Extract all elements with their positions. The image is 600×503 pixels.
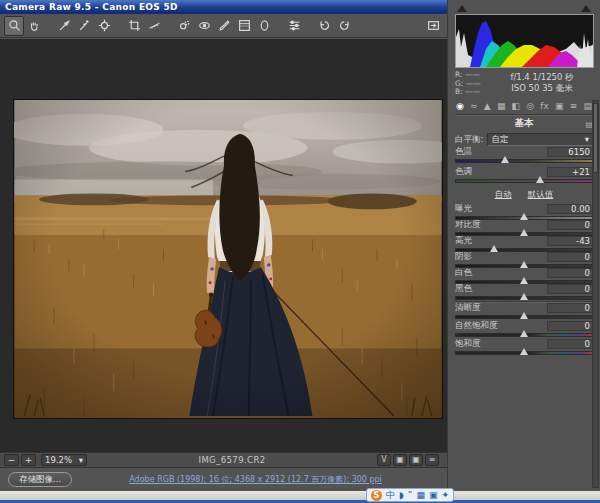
slider-value-contrast[interactable]: 0 [547,220,593,230]
slider-value-clarity[interactable]: 0 [547,303,593,313]
color-sampler-tool-button[interactable] [74,16,94,36]
graduated-filter-tool-button[interactable] [234,16,254,36]
target-icon [98,19,111,32]
slider-label-vibrance: 自然饱和度 [455,320,498,332]
sampler-eyedropper-icon [78,19,91,32]
soft-keyboard-icon[interactable]: ▦ [416,489,425,501]
slider-track-clarity[interactable] [455,315,593,319]
radial-filter-icon [258,19,271,32]
preferences-icon [288,19,301,32]
preview-toggle-button[interactable]: V [377,454,391,466]
straighten-icon [148,19,161,32]
rotate-ccw-icon [318,19,331,32]
spot-removal-tool-button[interactable] [174,16,194,36]
tab-basic[interactable]: ◉ [456,100,464,112]
slider-thumb-saturation[interactable] [520,348,528,355]
slider-value-vibrance[interactable]: 0 [547,321,593,331]
graduated-filter-icon [238,19,251,32]
slider-value-whites[interactable]: 0 [547,268,593,278]
slider-value-tint[interactable]: +21 [547,167,593,177]
slider-thumb-contrast[interactable] [520,229,528,236]
radial-filter-tool-button[interactable] [254,16,274,36]
tab-detail[interactable]: ▲ [484,100,491,112]
adjustment-brush-tool-button[interactable] [214,16,234,36]
preferences-button[interactable] [284,16,304,36]
panel-scrollbar[interactable] [592,100,599,488]
slider-value-shadows[interactable]: 0 [547,252,593,262]
slider-thumb-tint[interactable] [536,176,544,183]
slider-thumb-exposure[interactable] [520,213,528,220]
tab-snapshots[interactable]: ▤ [583,100,592,112]
exif-aperture-shutter: f/1.4 1/1250 秒 [491,72,593,83]
slider-temperature: 色温6150 [455,147,593,167]
slider-track-vibrance[interactable] [455,333,593,337]
zoom-in-button[interactable]: + [21,454,36,466]
auto-link[interactable]: 自动 [495,189,512,201]
workflow-options-link[interactable]: Adobe RGB (1998); 16 位; 4368 x 2912 (12.… [72,474,439,485]
crop-tool-button[interactable] [124,16,144,36]
slider-value-temperature[interactable]: 6150 [547,147,593,157]
targeted-adjustment-tool-button[interactable] [94,16,114,36]
slider-thumb-blacks[interactable] [520,293,528,300]
presence-sliders-group: 清晰度0自然饱和度0饱和度0 [455,303,593,357]
shadow-clipping-toggle-icon[interactable] [457,5,467,12]
white-balance-value: 自定 [491,134,508,145]
slider-value-blacks[interactable]: 0 [547,284,593,294]
rotate-left-button[interactable] [314,16,334,36]
view-settings-button[interactable]: ≡ [425,454,439,466]
white-balance-select[interactable]: 自定 ▾ [487,133,593,146]
slider-thumb-vibrance[interactable] [520,330,528,337]
sogou-logo-icon[interactable]: S [371,490,382,501]
toolbox-icon[interactable]: ✦ [441,489,449,501]
slider-value-exposure[interactable]: 0.00 [547,204,593,214]
title-bar[interactable]: Camera Raw 9.5 - Canon EOS 5D [0,0,447,14]
slider-value-saturation[interactable]: 0 [547,339,593,349]
tab-camera-calibration[interactable]: ▣ [555,100,564,112]
tab-effects[interactable]: fx [540,100,549,112]
view-buttons: V▣▣≡ [377,454,439,466]
photo-preview[interactable] [13,99,443,419]
half-full-width-icon[interactable]: ◗ [399,489,404,501]
white-balance-tool-button[interactable] [54,16,74,36]
fullscreen-icon [427,19,440,32]
eyedropper-icon [58,19,71,32]
slider-value-highlights[interactable]: -43 [547,236,593,246]
slider-thumb-clarity[interactable] [520,312,528,319]
slider-vibrance: 自然饱和度0 [455,321,593,339]
zoom-level-select[interactable]: 19.2% ▾ [41,454,87,466]
preview-footer: − + 19.2% ▾ IMG_6579.CR2 V▣▣≡ [0,452,447,468]
slider-track-blacks[interactable] [455,296,593,300]
hand-tool-button[interactable] [24,16,44,36]
straighten-tool-button[interactable] [144,16,164,36]
slider-thumb-whites[interactable] [520,277,528,284]
highlight-clipping-toggle-icon[interactable] [581,5,591,12]
slider-track-tint[interactable] [455,179,593,183]
tab-hsl-grayscale[interactable]: ▦ [497,100,506,112]
fullscreen-toggle-button[interactable] [423,16,443,36]
red-eye-tool-button[interactable] [194,16,214,36]
save-image-button[interactable]: 存储图像... [8,472,72,487]
slider-label-tint: 色调 [455,166,472,178]
window-bottom-edge: S中◗”▦▣✦ [0,491,600,503]
tab-tone-curve[interactable]: ≈ [470,100,478,112]
tab-split-toning[interactable]: ◧ [512,100,521,112]
slider-track-temperature[interactable] [455,159,593,163]
slider-thumb-shadows[interactable] [520,261,528,268]
zoom-out-button[interactable]: − [4,454,19,466]
default-link[interactable]: 默认值 [528,189,554,201]
skin-picker-icon[interactable]: ▣ [429,489,438,501]
chinese-mode-icon[interactable]: 中 [386,489,395,501]
before-after-left-button[interactable]: ▣ [393,454,407,466]
tab-lens-corrections[interactable]: ◎ [526,100,534,112]
zoom-tool-button[interactable] [4,16,24,36]
slider-track-saturation[interactable] [455,351,593,355]
slider-thumb-highlights[interactable] [490,245,498,252]
tab-presets[interactable]: ≡ [570,100,578,112]
rotate-right-button[interactable] [334,16,354,36]
slider-label-exposure: 曝光 [455,203,472,215]
slider-thumb-temperature[interactable] [501,156,509,163]
punctuation-mode-icon[interactable]: ” [408,489,413,501]
before-after-right-button[interactable]: ▣ [409,454,423,466]
slider-blacks: 黑色0 [455,284,593,300]
scrollbar-thumb[interactable] [593,103,598,173]
